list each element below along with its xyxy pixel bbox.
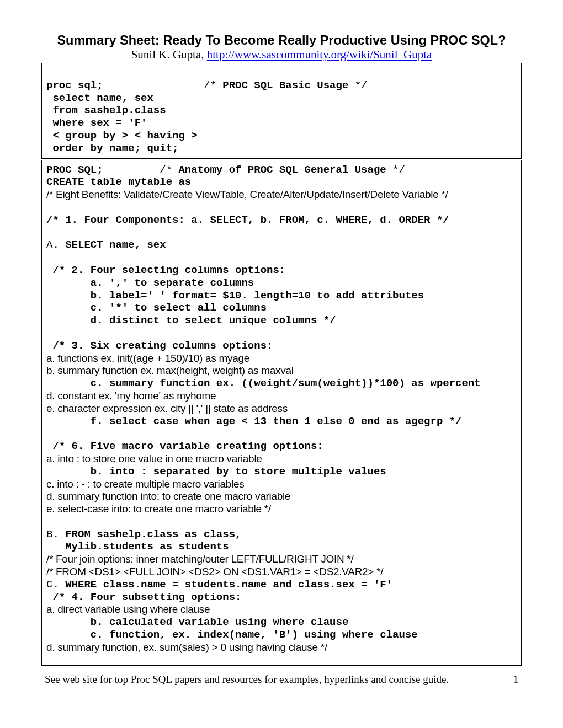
t: select name, sex xyxy=(46,92,153,104)
t: */ xyxy=(386,164,405,176)
t: d. distinct to select unique columns */ xyxy=(46,314,517,327)
author-link[interactable]: http://www.sascommunity.org/wiki/Sunil_G… xyxy=(207,48,432,61)
t: a. direct variable using where clause xyxy=(46,603,517,616)
t: C. xyxy=(46,579,59,591)
t: proc sql; xyxy=(46,79,103,92)
page-title: Summary Sheet: Ready To Become Really Pr… xyxy=(41,33,522,48)
t: Mylib.students as students xyxy=(46,540,517,553)
t: /* FROM <DS1> <FULL JOIN> <DS2> ON <DS1.… xyxy=(46,566,517,579)
t: d. summary function, ex. sum(sales) > 0 … xyxy=(46,641,517,654)
t: /* xyxy=(103,164,179,176)
t: /* 6. Five macro variable creating optio… xyxy=(46,440,517,453)
code-box-basic: proc sql; /* PROC SQL Basic Usage */ sel… xyxy=(41,63,522,159)
t: from sashelp.class xyxy=(46,104,166,116)
t: c. '*' to select all columns xyxy=(46,302,517,314)
t: c. into : - : to create multiple macro v… xyxy=(46,478,517,491)
author-line: Sunil K. Gupta, http://www.sascommunity.… xyxy=(41,48,522,62)
t: */ xyxy=(348,79,367,92)
t: a. ',' to separate columns xyxy=(46,277,517,290)
author-name: Sunil K. Gupta, xyxy=(131,48,207,61)
t: f. select case when age < 13 then 1 else… xyxy=(46,415,517,428)
t: e. select-case into: to create one macro… xyxy=(46,503,517,516)
t: /* Eight Benefits: Validate/Create View/… xyxy=(46,189,517,201)
t: PROC SQL; xyxy=(46,164,103,176)
t: d. summary function into: to create one … xyxy=(46,490,517,503)
t: b. summary function ex. max(height, weig… xyxy=(46,365,517,377)
t: c. function, ex. index(name, 'B') using … xyxy=(46,629,517,641)
t: e. character expression ex. city || ',' … xyxy=(46,403,517,415)
page-number: 1 xyxy=(513,673,519,686)
t: b. calculated variable using where claus… xyxy=(46,616,517,629)
t: WHERE class.name = students.name and cla… xyxy=(59,579,392,591)
t: a. into : to store one value in one macr… xyxy=(46,453,517,465)
t: CREATE table mytable as xyxy=(46,176,517,189)
t: /* Four join options: inner matching/out… xyxy=(46,553,517,566)
t: b. into : separated by to store multiple… xyxy=(46,465,517,478)
t: Anatomy of PROC SQL General Usage xyxy=(178,164,386,176)
t: FROM sashelp.class as class, xyxy=(59,528,248,540)
t: A. xyxy=(46,239,59,251)
t: b. label=' ' format= $10. length=10 to a… xyxy=(46,290,517,302)
t: a. functions ex. init((age + 150)/10) as… xyxy=(46,352,517,365)
t: < group by > < having > xyxy=(46,130,204,142)
t: PROC SQL Basic Usage xyxy=(222,79,348,92)
footer-text: See web site for top Proc SQL papers and… xyxy=(45,673,449,686)
t: /* 4. Four subsetting options: xyxy=(46,591,517,604)
t: where sex = 'F' xyxy=(46,117,147,129)
t: SELECT name, sex xyxy=(59,239,166,251)
t: /* 3. Six creating columns options: xyxy=(46,340,517,352)
code-box-anatomy: PROC SQL; /* Anatomy of PROC SQL General… xyxy=(41,160,522,666)
t: /* 1. Four Components: a. SELECT, b. FRO… xyxy=(46,214,517,227)
page-footer: See web site for top Proc SQL papers and… xyxy=(41,673,522,686)
t: B. xyxy=(46,528,59,540)
t: /* 2. Four selecting columns options: xyxy=(46,264,517,277)
t: /* xyxy=(103,79,223,92)
t: c. summary function ex. ((weight/sum(wei… xyxy=(46,377,517,390)
t: order by name; quit; xyxy=(46,142,178,154)
t: d. constant ex. 'my home' as myhome xyxy=(46,390,517,403)
